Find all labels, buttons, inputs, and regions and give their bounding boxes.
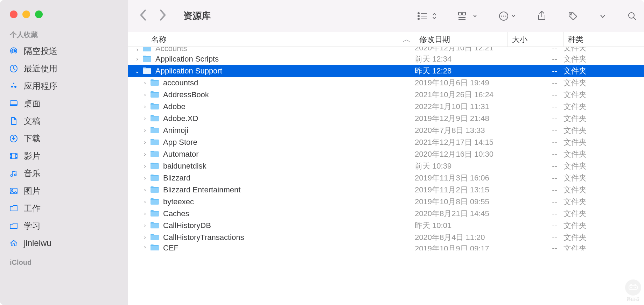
- disclosure-right-icon[interactable]: ›: [140, 103, 150, 110]
- folder-icon: [8, 221, 19, 231]
- columns-header: 名称 ︿ 修改日期 大小 种类: [128, 32, 644, 47]
- file-date: 2019年11月3日 16:06: [415, 173, 507, 183]
- file-row[interactable]: › CEF 2019年10月9日 09:17 -- 文件夹: [128, 243, 644, 250]
- column-name-header[interactable]: 名称 ︿: [128, 34, 415, 45]
- folder-icon: [150, 221, 160, 230]
- file-row[interactable]: › baidunetdisk 前天 10:39 -- 文件夹: [128, 160, 644, 172]
- disclosure-right-icon[interactable]: ›: [140, 243, 150, 250]
- file-date: 2019年10月9日 09:17: [415, 243, 507, 250]
- sidebar-item-label: 文稿: [24, 115, 41, 127]
- sidebar-item-apps-2[interactable]: 应用程序: [0, 77, 128, 95]
- file-size: --: [507, 243, 564, 250]
- file-name: baidunetdisk: [163, 162, 206, 171]
- movies-icon: [8, 151, 19, 161]
- sidebar-item-label: 最近使用: [24, 63, 57, 74]
- disclosure-right-icon[interactable]: ›: [140, 151, 150, 158]
- share-button[interactable]: [537, 10, 547, 22]
- watermark: 路由器: [625, 279, 641, 302]
- file-size: --: [507, 47, 564, 53]
- tags-button[interactable]: [568, 11, 578, 21]
- disclosure-right-icon[interactable]: ›: [140, 222, 150, 229]
- file-size: --: [507, 162, 564, 171]
- search-button[interactable]: [627, 11, 637, 21]
- sidebar-item-music-7[interactable]: 音乐: [0, 165, 128, 182]
- disclosure-right-icon[interactable]: ›: [140, 91, 150, 98]
- disclosure-right-icon[interactable]: ›: [132, 56, 142, 63]
- desktop-icon: [8, 98, 19, 109]
- sidebar-item-doc-4[interactable]: 文稿: [0, 112, 128, 130]
- file-row[interactable]: › AddressBook 2021年10月26日 16:24 -- 文件夹: [128, 89, 644, 101]
- file-size: --: [507, 233, 564, 242]
- column-date-header[interactable]: 修改日期: [415, 32, 507, 47]
- disclosure-right-icon[interactable]: ›: [140, 163, 150, 170]
- file-size: --: [507, 55, 564, 64]
- sidebar-item-folder-10[interactable]: 学习: [0, 217, 128, 235]
- sidebar-item-airdrop-0[interactable]: 隔空投送: [0, 42, 128, 60]
- sidebar-item-label: 应用程序: [24, 80, 57, 92]
- file-row[interactable]: › CallHistoryTransactions 2020年8月4日 11:2…: [128, 232, 644, 243]
- disclosure-right-icon[interactable]: ›: [140, 210, 150, 217]
- minimize-window-button[interactable]: [22, 10, 30, 18]
- sidebar-item-movies-6[interactable]: 影片: [0, 147, 128, 165]
- column-kind-header[interactable]: 种类: [564, 32, 644, 47]
- file-name: App Store: [163, 138, 197, 147]
- folder-icon: [150, 186, 160, 194]
- forward-button[interactable]: [159, 9, 167, 23]
- svg-rect-17: [10, 188, 17, 194]
- file-date: 2019年10月6日 19:49: [415, 78, 507, 88]
- sidebar-item-download-5[interactable]: 下载: [0, 130, 128, 147]
- sidebar-item-label: 下载: [24, 133, 41, 144]
- sidebar-item-folder-9[interactable]: 工作: [0, 200, 128, 217]
- disclosure-right-icon[interactable]: ›: [140, 139, 150, 146]
- back-button[interactable]: [139, 9, 147, 23]
- folder-icon: [150, 150, 160, 158]
- disclosure-right-icon[interactable]: ›: [140, 198, 150, 205]
- file-row[interactable]: › App Store 2021年12月17日 14:15 -- 文件夹: [128, 136, 644, 148]
- file-kind: 文件夹: [564, 125, 644, 136]
- svg-rect-25: [458, 12, 461, 15]
- action-menu-button[interactable]: [498, 11, 516, 21]
- disclosure-right-icon[interactable]: ›: [140, 127, 150, 134]
- sidebar-item-pictures-8[interactable]: 图片: [0, 182, 128, 200]
- file-row[interactable]: › Blizzard Entertainment 2019年11月2日 13:1…: [128, 184, 644, 196]
- file-row[interactable]: › Blizzard 2019年11月3日 16:06 -- 文件夹: [128, 172, 644, 184]
- file-row[interactable]: › Caches 2020年8月21日 14:45 -- 文件夹: [128, 208, 644, 220]
- folder-icon: [142, 55, 153, 63]
- view-list-button[interactable]: [417, 11, 437, 21]
- folder-icon: [150, 91, 160, 99]
- group-by-button[interactable]: [458, 11, 477, 21]
- column-size-header[interactable]: 大小: [507, 32, 564, 47]
- file-date: 2022年1月10日 11:31: [415, 101, 507, 112]
- file-size: --: [507, 126, 564, 135]
- file-row[interactable]: › Adobe.XD 2019年12月9日 21:48 -- 文件夹: [128, 113, 644, 125]
- fullscreen-window-button[interactable]: [35, 10, 43, 18]
- folder-icon: [150, 102, 160, 111]
- file-name: Application Support: [155, 66, 222, 76]
- sidebar-item-clock-1[interactable]: 最近使用: [0, 60, 128, 77]
- disclosure-right-icon[interactable]: ›: [140, 79, 150, 86]
- file-row[interactable]: › accountsd 2019年10月6日 19:49 -- 文件夹: [128, 77, 644, 89]
- file-row[interactable]: ⌄ Application Support 昨天 12:28 -- 文件夹: [128, 65, 644, 77]
- disclosure-right-icon[interactable]: ›: [140, 186, 150, 193]
- disclosure-down-icon[interactable]: ⌄: [132, 68, 142, 75]
- disclosure-right-icon[interactable]: ›: [140, 234, 150, 241]
- file-row[interactable]: › Animoji 2020年7月8日 13:33 -- 文件夹: [128, 125, 644, 136]
- file-size: --: [507, 150, 564, 159]
- file-row[interactable]: › Automator 2020年12月16日 10:30 -- 文件夹: [128, 148, 644, 160]
- disclosure-right-icon[interactable]: ›: [132, 47, 142, 53]
- file-list[interactable]: › Accounts 2020年12月10日 12:21 -- 文件夹 › Ap…: [128, 47, 644, 305]
- sidebar-item-desktop-3[interactable]: 桌面: [0, 95, 128, 112]
- file-row[interactable]: › byteexec 2019年10月8日 09:55 -- 文件夹: [128, 196, 644, 208]
- disclosure-right-icon[interactable]: ›: [140, 115, 150, 122]
- file-row[interactable]: › Adobe 2022年1月10日 11:31 -- 文件夹: [128, 101, 644, 113]
- file-name: CallHistoryTransactions: [163, 233, 244, 242]
- file-name: Blizzard: [163, 173, 190, 183]
- sidebar-item-home-11[interactable]: jinleiwu: [0, 235, 128, 251]
- file-row[interactable]: › Application Scripts 前天 12:34 -- 文件夹: [128, 53, 644, 65]
- close-window-button[interactable]: [10, 10, 18, 18]
- dropdown-button[interactable]: [599, 13, 606, 20]
- file-row[interactable]: › Accounts 2020年12月10日 12:21 -- 文件夹: [128, 47, 644, 53]
- disclosure-right-icon[interactable]: ›: [140, 175, 150, 182]
- watermark-icon: [625, 279, 641, 296]
- file-row[interactable]: › CallHistoryDB 昨天 10:01 -- 文件夹: [128, 220, 644, 232]
